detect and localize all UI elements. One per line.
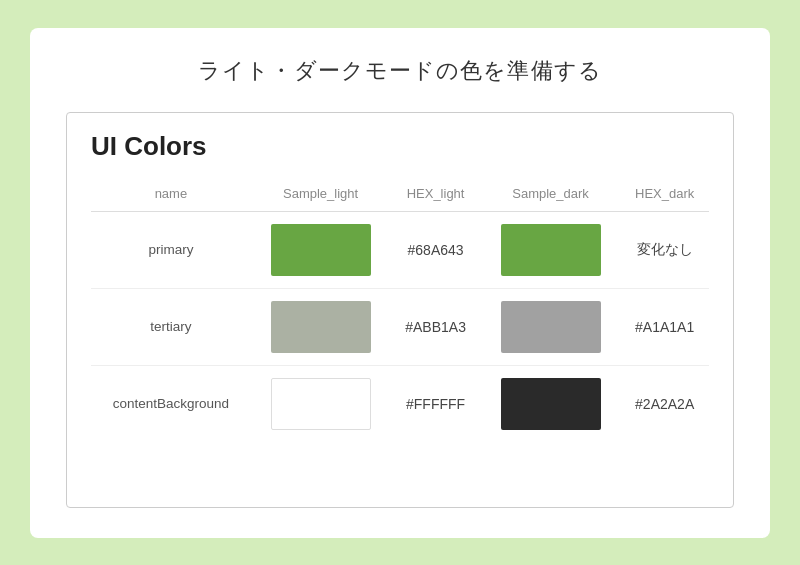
sample-light-cell [251,288,390,365]
row-name: contentBackground [91,365,251,442]
swatch-dark [501,378,601,430]
header-name: name [91,180,251,212]
hex-light-value: #FFFFFF [390,365,481,442]
swatch-light [271,224,371,276]
card-title: UI Colors [91,131,709,162]
ui-colors-card: UI Colors name Sample_light HEX_light Sa… [66,112,734,508]
hex-dark-value: 変化なし [620,211,709,288]
header-sample-dark: Sample_dark [481,180,620,212]
swatch-light [271,301,371,353]
table-row: primary#68A643変化なし [91,211,709,288]
header-sample-light: Sample_light [251,180,390,212]
sample-dark-cell [481,288,620,365]
row-name: tertiary [91,288,251,365]
hex-dark-value: #A1A1A1 [620,288,709,365]
swatch-light [271,378,371,430]
swatch-dark [501,301,601,353]
sample-light-cell [251,365,390,442]
hex-dark-value: #2A2A2A [620,365,709,442]
header-hex-light: HEX_light [390,180,481,212]
color-table: name Sample_light HEX_light Sample_dark … [91,180,709,442]
header-hex-dark: HEX_dark [620,180,709,212]
hex-light-value: #68A643 [390,211,481,288]
sample-light-cell [251,211,390,288]
swatch-dark [501,224,601,276]
row-name: primary [91,211,251,288]
table-row: tertiary#ABB1A3#A1A1A1 [91,288,709,365]
table-row: contentBackground#FFFFFF#2A2A2A [91,365,709,442]
page-container: ライト・ダークモードの色を準備する UI Colors name Sample_… [30,28,770,538]
sample-dark-cell [481,211,620,288]
hex-light-value: #ABB1A3 [390,288,481,365]
sample-dark-cell [481,365,620,442]
page-title: ライト・ダークモードの色を準備する [198,56,602,86]
